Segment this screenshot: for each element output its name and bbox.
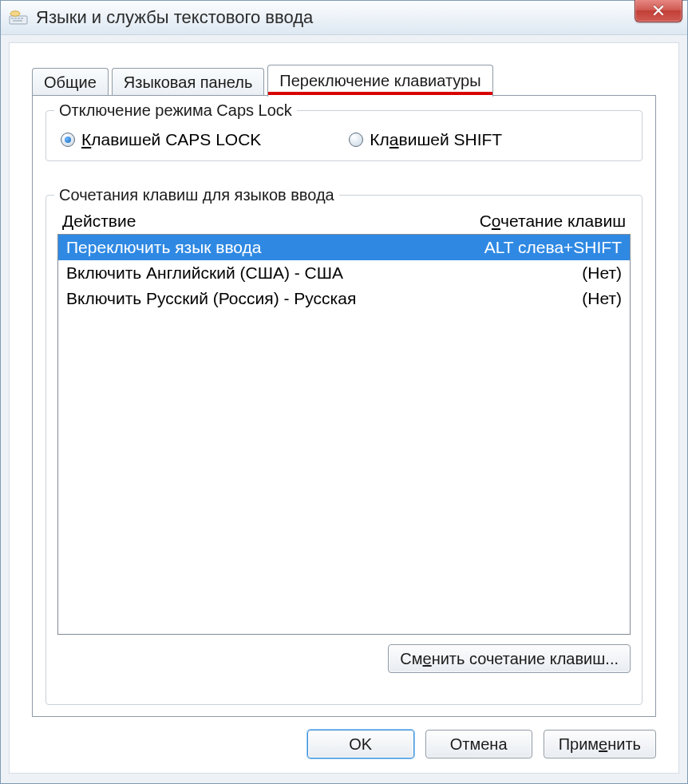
tab-label: Языковая панель bbox=[124, 73, 253, 91]
tab-language-bar[interactable]: Языковая панель bbox=[112, 68, 265, 97]
list-item-hotkey: (Нет) bbox=[582, 262, 622, 284]
list-item-action: Включить Русский (Россия) - Русская bbox=[66, 287, 356, 310]
close-icon bbox=[652, 5, 665, 16]
radio-label: Клавишей SHIFT bbox=[370, 130, 502, 149]
capslock-radio-row: Клавишей CAPS LOCK Клавишей SHIFT bbox=[57, 125, 631, 151]
radio-capslock-key[interactable]: Клавишей CAPS LOCK bbox=[61, 130, 261, 149]
tab-general[interactable]: Общие bbox=[32, 68, 109, 97]
change-hotkey-button[interactable]: Сменить сочетание клавиш... bbox=[388, 644, 631, 673]
apply-button[interactable]: Применить bbox=[544, 730, 656, 758]
hotkey-column-headers: Действие Сочетание клавиш bbox=[57, 212, 631, 234]
radio-dot-icon bbox=[61, 133, 75, 147]
ok-button[interactable]: OK bbox=[307, 730, 414, 758]
svg-rect-4 bbox=[21, 18, 23, 19]
dialog-window: Языки и службы текстового ввода Общие Яз… bbox=[0, 0, 688, 784]
tab-keyboard-switch[interactable]: Переключение клавиатуры bbox=[267, 65, 492, 97]
tab-strip: Общие Языковая панель Переключение клави… bbox=[10, 43, 678, 96]
tab-label: Переключение клавиатуры bbox=[279, 72, 480, 89]
col-hotkey-header: Сочетание клавиш bbox=[480, 212, 626, 231]
list-item[interactable]: Включить Русский (Россия) - Русская (Нет… bbox=[58, 286, 630, 311]
tab-label: Общие bbox=[44, 73, 97, 91]
group-hotkeys-legend: Сочетания клавиш для языков ввода bbox=[54, 186, 339, 204]
close-button[interactable] bbox=[635, 0, 682, 22]
change-hotkey-row: Сменить сочетание клавиш... bbox=[57, 644, 631, 673]
hotkey-listbox[interactable]: Переключить язык ввода ALT слева+SHIFT В… bbox=[57, 234, 631, 635]
tab-panel: Отключение режима Caps Lock Клавишей CAP… bbox=[32, 96, 656, 717]
svg-rect-3 bbox=[18, 18, 20, 19]
button-label: Отмена bbox=[450, 735, 508, 754]
button-label: Сменить сочетание клавиш... bbox=[400, 650, 619, 668]
radio-shift-key[interactable]: Клавишей SHIFT bbox=[349, 130, 502, 149]
group-capslock-legend: Отключение режима Caps Lock bbox=[54, 101, 297, 120]
list-item-hotkey: ALT слева+SHIFT bbox=[484, 236, 622, 259]
dialog-button-row: OK Отмена Применить bbox=[307, 730, 656, 758]
button-label: Применить bbox=[559, 735, 641, 754]
titlebar: Языки и службы текстового ввода bbox=[1, 1, 687, 35]
svg-rect-1 bbox=[11, 18, 14, 19]
cancel-button[interactable]: Отмена bbox=[425, 730, 532, 758]
group-hotkeys: Сочетания клавиш для языков ввода Действ… bbox=[45, 195, 643, 705]
window-title: Языки и службы текстового ввода bbox=[36, 7, 684, 28]
client-area: Общие Языковая панель Переключение клави… bbox=[9, 42, 679, 774]
list-item-hotkey: (Нет) bbox=[582, 287, 622, 310]
list-item[interactable]: Включить Английский (США) - США (Нет) bbox=[58, 260, 630, 286]
app-icon bbox=[9, 10, 28, 26]
tab-active-underline bbox=[268, 92, 492, 95]
svg-rect-5 bbox=[13, 20, 22, 22]
group-capslock: Отключение режима Caps Lock Клавишей CAP… bbox=[45, 110, 643, 161]
svg-point-6 bbox=[10, 11, 20, 16]
radio-dot-icon bbox=[349, 133, 363, 147]
list-item-action: Переключить язык ввода bbox=[66, 236, 262, 259]
button-label: OK bbox=[349, 735, 372, 754]
list-item[interactable]: Переключить язык ввода ALT слева+SHIFT bbox=[58, 235, 630, 260]
svg-rect-2 bbox=[14, 18, 17, 19]
radio-label: Клавишей CAPS LOCK bbox=[81, 130, 261, 149]
list-item-action: Включить Английский (США) - США bbox=[66, 262, 343, 284]
col-action-header: Действие bbox=[62, 212, 136, 231]
